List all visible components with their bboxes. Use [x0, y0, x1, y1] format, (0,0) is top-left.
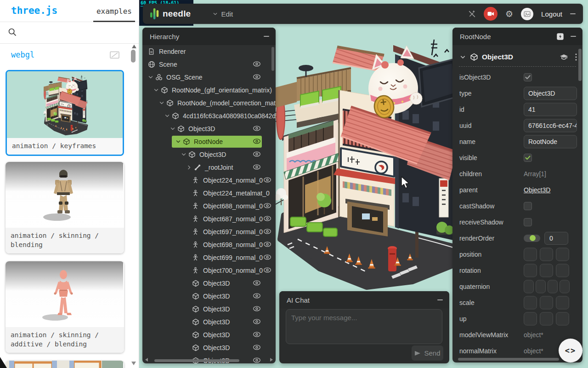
send-button[interactable]: Send [412, 345, 443, 361]
chevron-right-icon[interactable] [187, 165, 194, 170]
hierarchy-item[interactable]: _rootJoint [142, 161, 276, 174]
tab-examples[interactable]: examples [93, 0, 135, 22]
vector-field[interactable] [540, 264, 553, 277]
inspector-vertical-scrollbar[interactable] [578, 49, 582, 81]
hierarchy-item[interactable]: Object3D [142, 316, 276, 328]
checkbox-castShadow[interactable] [524, 202, 532, 210]
chevron-down-icon[interactable] [175, 139, 183, 144]
popout-icon[interactable] [556, 33, 564, 40]
example-card-partial[interactable] [6, 361, 124, 368]
visibility-eye-icon[interactable] [253, 293, 261, 300]
hierarchy-item[interactable]: Object3D [142, 277, 276, 290]
visibility-eye-icon[interactable] [253, 164, 261, 171]
hierarchy-item[interactable]: Object3D [142, 328, 276, 341]
visibility-eye-icon[interactable] [253, 125, 261, 132]
visibility-eye-icon[interactable] [263, 228, 271, 236]
chevron-down-icon[interactable] [181, 152, 188, 157]
component-header[interactable]: Object3D [460, 50, 577, 64]
vector-field[interactable] [556, 264, 569, 277]
visibility-eye-icon[interactable] [253, 61, 261, 68]
sidebar-scrollbar-thumb[interactable] [131, 50, 136, 63]
hierarchy-item[interactable]: Renderer [142, 45, 276, 58]
hierarchy-item[interactable]: Object3D [142, 354, 276, 363]
hierarchy-horizontal-scrollbar[interactable] [153, 359, 266, 362]
hierarchy-item[interactable]: Object3D [142, 290, 276, 303]
minimize-icon[interactable] [570, 13, 576, 14]
hierarchy-item[interactable]: Object699_normal_0 [142, 251, 276, 264]
number-field-renderOrder[interactable]: 0 [544, 232, 568, 245]
needle-logo[interactable]: needle [150, 8, 191, 19]
3d-viewport[interactable]: 60 FPS (18-61) needle Edit ⚙ [139, 0, 588, 368]
hierarchy-item[interactable]: Scene [142, 58, 276, 71]
chevron-down-icon[interactable] [159, 100, 166, 106]
checkbox-isObject3D[interactable] [524, 73, 532, 81]
visibility-eye-icon[interactable] [263, 267, 271, 274]
toggle-renderOrder[interactable] [524, 235, 540, 242]
vector-field[interactable] [540, 296, 553, 309]
text-field-name[interactable]: RootNode [524, 135, 577, 148]
chevron-down-icon[interactable] [148, 75, 155, 80]
hierarchy-item[interactable]: 4cd116fc63ca40809810ca0842dc [142, 109, 276, 122]
collapse-icon[interactable] [571, 36, 576, 37]
sidebar-scroll-up-icon[interactable] [132, 45, 136, 48]
search-bar[interactable] [0, 22, 139, 44]
hierarchy-item[interactable]: OSG_Scene [142, 71, 276, 84]
vector-field[interactable] [524, 296, 537, 309]
checkbox-visible[interactable] [524, 154, 532, 162]
visibility-eye-icon[interactable] [253, 305, 261, 313]
vector-field[interactable] [540, 312, 553, 325]
hierarchy-item[interactable]: Object224_normal_0 [142, 174, 276, 187]
scroll-right-icon[interactable] [270, 358, 273, 362]
inspector-horizontal-scrollbar[interactable] [458, 358, 559, 361]
visibility-eye-icon[interactable] [263, 215, 271, 223]
avatar[interactable] [521, 8, 533, 20]
vector-field[interactable] [548, 280, 558, 293]
visibility-eye-icon[interactable] [253, 74, 261, 81]
visibility-eye-icon[interactable] [263, 202, 271, 210]
visibility-eye-icon[interactable] [253, 344, 261, 351]
collapse-icon[interactable] [264, 36, 269, 37]
visibility-eye-icon[interactable] [253, 280, 261, 287]
hierarchy-item[interactable]: Object688_normal_0 [142, 200, 276, 213]
visibility-eye-icon[interactable] [263, 241, 271, 248]
hierarchy-item[interactable]: Object3D [142, 122, 276, 135]
vector-field[interactable] [560, 280, 570, 293]
parent-link[interactable]: Object3D [524, 186, 550, 194]
chat-message-input[interactable] [286, 309, 442, 344]
hierarchy-item[interactable]: RootNode_(gltf_orientation_matrix) [142, 84, 276, 97]
hide-thumbnails-icon[interactable] [110, 51, 119, 59]
visibility-eye-icon[interactable] [253, 318, 261, 326]
vector-field[interactable] [536, 280, 546, 293]
wand-off-icon[interactable] [468, 10, 476, 18]
graduation-cap-icon[interactable] [560, 53, 568, 61]
hierarchy-item[interactable]: Object3D [142, 148, 276, 161]
inspector-header[interactable]: RootNode [452, 28, 582, 45]
example-card-additive-blending[interactable]: animation / skinning / additive / blendi… [6, 261, 124, 353]
scroll-left-icon[interactable] [145, 358, 148, 362]
vector-field[interactable] [524, 280, 534, 293]
chevron-down-icon[interactable] [164, 113, 172, 119]
hierarchy-item[interactable]: Object698_normal_0 [142, 238, 276, 251]
text-field-type[interactable]: Object3D [524, 86, 577, 100]
visibility-eye-icon[interactable] [253, 331, 261, 339]
hierarchy-item[interactable]: Object224_metalmat_0 [142, 187, 276, 200]
hierarchy-item[interactable]: Object3D [142, 303, 276, 316]
code-panel-button[interactable]: <> [559, 339, 582, 362]
hierarchy-panel-header[interactable]: Hierarchy [142, 28, 276, 45]
vector-field[interactable] [524, 247, 537, 261]
vector-field[interactable] [556, 247, 569, 261]
visibility-eye-icon[interactable] [253, 151, 261, 158]
vector-field[interactable] [556, 296, 569, 309]
example-card-animation-keyframes[interactable]: animation / keyframes [6, 70, 124, 156]
logout-button[interactable]: Logout [541, 10, 562, 18]
text-field-uuid[interactable]: 67661cc6-ec47-4c [524, 119, 577, 132]
checkbox-receiveShadow[interactable] [524, 218, 532, 226]
visibility-eye-icon[interactable] [263, 177, 271, 184]
threejs-logo[interactable]: three.js [11, 5, 57, 16]
edit-menu[interactable]: Edit [213, 10, 233, 18]
hierarchy-item[interactable]: Object687_normal_0 [142, 213, 276, 225]
vector-field[interactable] [540, 247, 553, 261]
chevron-down-icon[interactable] [170, 126, 177, 132]
hierarchy-item[interactable]: RootNode [142, 135, 276, 148]
webgl-section-label[interactable]: webgl [11, 50, 34, 59]
